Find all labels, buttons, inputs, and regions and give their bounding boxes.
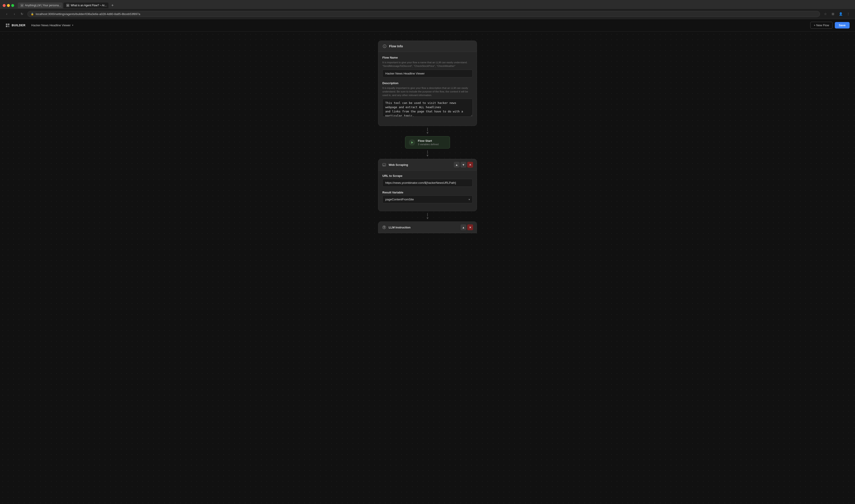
browser-tab-2[interactable]: W What is an Agent Flow? ~ Ar... ✕ xyxy=(64,2,108,8)
web-scraping-body: URL to Scrape Result Variable pageConten… xyxy=(378,170,477,211)
web-scraping-header: Web Scraping ▲ ▼ ✕ xyxy=(378,159,477,170)
description-hint: It is equally important to give your flo… xyxy=(382,86,473,97)
svg-rect-2 xyxy=(6,25,7,27)
svg-rect-3 xyxy=(8,25,10,27)
result-var-select[interactable]: pageContentFromSite xyxy=(382,195,473,203)
tab-favicon-2: W xyxy=(66,4,69,7)
llm-instruction-header-left: LLM Instruction xyxy=(382,225,411,230)
new-flow-button[interactable]: + New Flow xyxy=(810,22,832,29)
flow-info-title: Flow Info xyxy=(389,44,403,48)
url-scrape-label: URL to Scrape xyxy=(382,174,473,178)
flow-name-display: Hacker News Headline Viewer xyxy=(31,23,70,27)
flow-start-icon xyxy=(409,139,415,146)
flow-start-label: Flow Start xyxy=(418,139,438,143)
result-var-select-wrapper: pageContentFromSite xyxy=(382,195,473,203)
connector-line-3 xyxy=(427,213,428,217)
reload-button[interactable]: ↻ xyxy=(19,11,25,17)
url-text: localhost:3000/settings/agents/builder/0… xyxy=(36,12,140,16)
svg-rect-11 xyxy=(383,163,386,164)
llm-instruction-card: LLM Instruction ▲ ✕ xyxy=(378,221,477,233)
logo-icon xyxy=(5,23,10,28)
flow-info-card: Flow Info Flow Name It is important to g… xyxy=(378,41,477,126)
svg-rect-0 xyxy=(6,23,7,25)
flow-name-input[interactable] xyxy=(382,70,473,77)
flow-start-block[interactable]: Flow Start 3 variables defined xyxy=(405,136,450,148)
result-var-label: Result Variable xyxy=(382,191,473,194)
svg-point-6 xyxy=(384,45,385,46)
bookmark-button[interactable]: ☆ xyxy=(822,11,828,17)
extensions-button[interactable]: ⊞ xyxy=(830,11,836,17)
nav-buttons: ‹ › ↻ xyxy=(4,11,25,17)
connector-2: ▼ xyxy=(426,148,429,159)
header-left: BUILDER Hacker News Headline Viewer ▾ xyxy=(5,22,76,28)
url-bar[interactable]: 🔒 localhost:3000/settings/agents/builder… xyxy=(28,11,820,17)
connector-arrow-3: ▼ xyxy=(426,217,429,220)
tab-label-1: AnythingLLM | Your persona... xyxy=(25,4,61,7)
web-scraping-header-left: Web Scraping xyxy=(382,162,408,167)
browser-chrome: A AnythingLLM | Your persona... ✕ W What… xyxy=(0,0,855,19)
svg-rect-5 xyxy=(384,46,385,47)
flow-canvas: Flow Info Flow Name It is important to g… xyxy=(0,32,855,504)
tab-close-2[interactable]: ✕ xyxy=(108,4,108,7)
web-scraping-controls: ▲ ▼ ✕ xyxy=(454,162,473,168)
svg-marker-7 xyxy=(411,141,413,144)
traffic-light-minimize[interactable] xyxy=(7,4,10,7)
flow-name-label: Flow Name xyxy=(382,56,473,59)
profile-button[interactable]: 👤 xyxy=(837,11,844,17)
menu-button[interactable]: ⋮ xyxy=(845,11,851,17)
flow-info-body: Flow Name It is important to give your f… xyxy=(378,52,477,126)
info-icon xyxy=(382,44,387,49)
connector-3: ▼ xyxy=(426,211,429,221)
new-tab-button[interactable]: + xyxy=(109,2,116,8)
browser-actions: ☆ ⊞ 👤 ⋮ xyxy=(822,11,851,17)
flow-info-header: Flow Info xyxy=(378,41,477,52)
traffic-lights xyxy=(3,4,14,7)
builder-label: BUILDER xyxy=(12,23,25,27)
description-label: Description xyxy=(382,82,473,85)
url-scrape-field: URL to Scrape xyxy=(382,174,473,187)
tab-bar: A AnythingLLM | Your persona... ✕ W What… xyxy=(0,0,855,9)
back-button[interactable]: ‹ xyxy=(4,11,10,17)
traffic-light-close[interactable] xyxy=(3,4,6,7)
chevron-down-icon: ▾ xyxy=(72,24,73,27)
connector-line-2 xyxy=(427,150,428,154)
description-textarea[interactable]: This tool can be used to visit hacker ne… xyxy=(382,99,473,117)
browser-tab-1[interactable]: A AnythingLLM | Your persona... ✕ xyxy=(18,2,63,8)
web-scraping-delete-button[interactable]: ✕ xyxy=(467,162,473,168)
web-scraping-title: Web Scraping xyxy=(389,163,408,166)
lock-icon: 🔒 xyxy=(31,13,34,16)
description-field: Description It is equally important to g… xyxy=(382,82,473,118)
flow-name-selector[interactable]: Hacker News Headline Viewer ▾ xyxy=(29,22,75,28)
result-var-field: Result Variable pageContentFromSite xyxy=(382,191,473,203)
app-header: BUILDER Hacker News Headline Viewer ▾ + … xyxy=(0,19,855,32)
url-scrape-input[interactable] xyxy=(382,179,473,187)
flow-name-field: Flow Name It is important to give your f… xyxy=(382,56,473,77)
tab-label-2: What is an Agent Flow? ~ Ar... xyxy=(71,4,107,7)
traffic-light-fullscreen[interactable] xyxy=(11,4,14,7)
web-scraping-card: Web Scraping ▲ ▼ ✕ URL to Scrape Result … xyxy=(378,159,477,211)
web-scraping-down-button[interactable]: ▼ xyxy=(460,162,466,168)
svg-rect-1 xyxy=(8,23,10,25)
address-bar: ‹ › ↻ 🔒 localhost:3000/settings/agents/b… xyxy=(0,9,855,19)
llm-instruction-icon xyxy=(382,225,386,230)
connector-arrow-1: ▼ xyxy=(426,131,429,134)
connector-arrow-2: ▼ xyxy=(426,154,429,157)
connector-1: ▼ xyxy=(426,126,429,136)
llm-instruction-up-button[interactable]: ▲ xyxy=(460,224,466,230)
flow-start-text: Flow Start 3 variables defined xyxy=(418,139,438,146)
save-button[interactable]: Save xyxy=(835,22,850,29)
connector-line-1 xyxy=(427,128,428,131)
web-scraping-icon xyxy=(382,162,386,167)
flow-name-hint: It is important to give your flow a name… xyxy=(382,60,473,68)
svg-rect-15 xyxy=(384,228,384,229)
llm-instruction-controls: ▲ ✕ xyxy=(460,224,473,230)
header-right: + New Flow Save xyxy=(810,22,850,29)
llm-instruction-header: LLM Instruction ▲ ✕ xyxy=(378,222,477,233)
builder-logo: BUILDER xyxy=(5,23,25,28)
web-scraping-up-button[interactable]: ▲ xyxy=(454,162,459,168)
forward-button[interactable]: › xyxy=(11,11,18,17)
llm-instruction-title: LLM Instruction xyxy=(389,226,411,229)
flow-start-sublabel: 3 variables defined xyxy=(418,143,438,146)
llm-instruction-delete-button[interactable]: ✕ xyxy=(467,224,473,230)
tab-favicon-1: A xyxy=(20,4,23,7)
